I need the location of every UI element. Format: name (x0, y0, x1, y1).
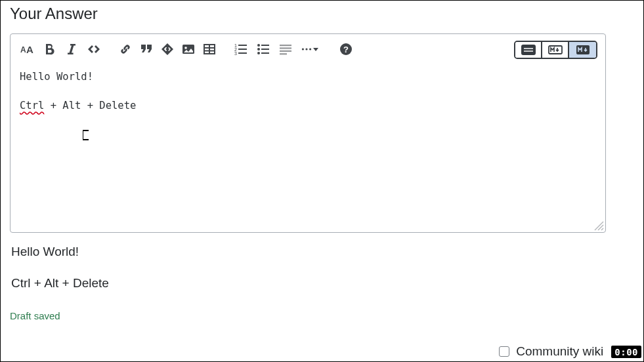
view-preview-button[interactable] (569, 42, 596, 58)
markdown-icon (547, 44, 564, 56)
svg-point-26 (309, 48, 311, 50)
svg-rect-13 (238, 52, 247, 54)
link-button[interactable] (118, 42, 133, 56)
svg-line-36 (601, 228, 603, 230)
svg-rect-29 (522, 45, 535, 54)
quote-button[interactable] (139, 42, 154, 56)
richtext-icon (520, 44, 537, 56)
code-snippet-icon (161, 43, 174, 56)
answer-editor-panel: Your Answer A A (0, 0, 644, 362)
text-cursor-icon (83, 130, 86, 140)
help-button[interactable]: ? (339, 42, 353, 56)
svg-rect-12 (238, 49, 247, 50)
unordered-list-button[interactable] (256, 42, 270, 56)
svg-point-3 (184, 47, 187, 49)
resize-grip-icon (592, 219, 604, 231)
svg-point-25 (305, 48, 307, 50)
image-icon (182, 43, 195, 56)
svg-text:A: A (20, 45, 26, 54)
bottom-bar: Community wiki 0:00 (1, 344, 643, 359)
svg-text:?: ? (343, 45, 349, 54)
heading-button[interactable]: A A (20, 42, 34, 56)
editor-box: A A (10, 33, 606, 233)
code-icon (87, 43, 100, 56)
svg-text:3: 3 (234, 51, 237, 56)
svg-text:A: A (26, 44, 33, 55)
view-mode-switch (514, 41, 597, 59)
image-button[interactable] (181, 42, 196, 56)
bold-icon (43, 43, 56, 56)
toolbar-group-help: ? (339, 42, 353, 56)
preview-line-2: Ctrl + Alt + Delete (11, 276, 633, 291)
heading-icon: A A (20, 43, 33, 56)
italic-button[interactable] (64, 42, 79, 56)
time-badge: 0:00 (611, 346, 641, 358)
draft-status: Draft saved (10, 310, 634, 321)
svg-rect-11 (238, 45, 247, 46)
toolbar: A A (11, 34, 605, 66)
svg-point-24 (302, 48, 304, 50)
svg-point-16 (257, 52, 260, 54)
svg-point-15 (257, 48, 260, 50)
chevron-down-icon (313, 48, 318, 51)
community-wiki-checkbox[interactable] (499, 346, 509, 357)
preview-line-1: Hello World! (11, 245, 633, 259)
more-button[interactable] (301, 42, 319, 56)
preview-area: Hello World! Ctrl + Alt + Delete (10, 233, 634, 291)
svg-rect-21 (280, 47, 291, 49)
editor-textarea[interactable]: Hello World! Ctrl + Alt + Delete (11, 66, 605, 232)
unordered-list-icon (257, 43, 270, 56)
svg-rect-19 (261, 52, 269, 54)
resize-handle[interactable] (592, 219, 604, 231)
svg-rect-23 (280, 53, 287, 54)
align-icon (279, 43, 292, 56)
code-button[interactable] (87, 42, 101, 56)
quote-icon (140, 43, 153, 56)
toolbar-group-lists: 1 2 3 (234, 42, 319, 56)
table-button[interactable] (202, 42, 217, 56)
editor-line-2: Ctrl + Alt + Delete (20, 98, 596, 113)
svg-rect-18 (261, 49, 269, 50)
svg-rect-17 (261, 45, 269, 46)
editor-line-2-rest: + Alt + Delete (44, 100, 136, 111)
markdown-active-icon (574, 44, 591, 56)
toolbar-group-format: A A (20, 42, 101, 56)
community-wiki-label: Community wiki (516, 344, 603, 359)
italic-icon (65, 43, 78, 56)
table-icon (203, 43, 216, 56)
svg-point-14 (257, 44, 260, 47)
view-markdown-button[interactable] (542, 42, 569, 58)
align-button[interactable] (278, 42, 293, 56)
editor-line-1: Hello World! (20, 70, 596, 84)
svg-rect-20 (280, 45, 291, 46)
svg-rect-22 (280, 50, 291, 52)
ordered-list-button[interactable]: 1 2 3 (234, 42, 248, 56)
spell-error-word: Ctrl (20, 100, 44, 111)
code-snippet-button[interactable] (160, 42, 175, 56)
more-icon (301, 43, 312, 56)
view-rich-button[interactable] (515, 42, 542, 58)
bold-button[interactable] (42, 42, 56, 56)
help-icon: ? (339, 43, 353, 56)
link-icon (119, 43, 132, 56)
toolbar-group-insert (118, 42, 217, 56)
section-heading: Your Answer (10, 5, 634, 23)
ordered-list-icon: 1 2 3 (234, 43, 247, 56)
